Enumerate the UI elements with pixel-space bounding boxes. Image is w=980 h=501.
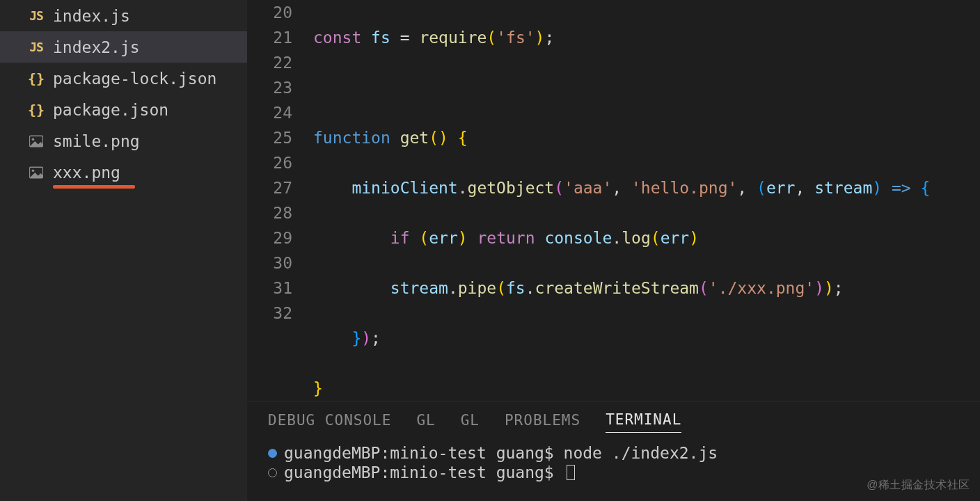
code-content[interactable]: const fs = require('fs'); function get()… [313, 0, 980, 401]
file-name: index.js [53, 7, 130, 25]
panel-tabs: DEBUG CONSOLE GL GL PROBLEMS TERMINAL [247, 401, 980, 437]
file-item-package-lock-json[interactable]: {} package-lock.json [0, 63, 247, 94]
svg-point-1 [32, 138, 35, 141]
tab-debug-console[interactable]: DEBUG CONSOLE [268, 412, 391, 433]
watermark: @稀土掘金技术社区 [867, 478, 970, 493]
file-name: xxx.png [53, 164, 120, 182]
svg-point-3 [32, 169, 35, 172]
file-item-index-js[interactable]: JS index.js [0, 0, 247, 31]
bullet-icon [268, 468, 277, 477]
file-name: index2.js [53, 38, 140, 56]
file-name: smile.png [53, 132, 140, 150]
line-gutter: 20212223242526272829303132 [247, 0, 313, 401]
js-icon: JS [29, 40, 43, 54]
json-icon: {} [29, 102, 43, 118]
tab-terminal[interactable]: TERMINAL [606, 411, 681, 433]
file-item-xxx-png[interactable]: xxx.png [0, 157, 247, 188]
file-item-smile-png[interactable]: smile.png [0, 125, 247, 157]
file-item-package-json[interactable]: {} package.json [0, 94, 247, 125]
editor-area: 20212223242526272829303132 const fs = re… [247, 0, 980, 501]
cursor-icon [567, 465, 575, 480]
image-icon [29, 166, 43, 179]
terminal-line: guangdeMBP:minio-test guang$ node ./inde… [268, 443, 959, 463]
tab-problems[interactable]: PROBLEMS [505, 412, 580, 433]
bullet-icon [268, 449, 277, 458]
image-icon [29, 135, 43, 148]
file-item-index2-js[interactable]: JS index2.js [0, 31, 247, 63]
file-name: package.json [53, 101, 168, 119]
json-icon: {} [29, 70, 43, 87]
terminal-line: guangdeMBP:minio-test guang$ [268, 462, 959, 483]
js-icon: JS [29, 8, 43, 23]
file-explorer: JS index.js JS index2.js {} package-lock… [0, 0, 247, 501]
tab-gl-2[interactable]: GL [461, 412, 480, 433]
tab-gl-1[interactable]: GL [416, 412, 435, 433]
annotation-underline [53, 185, 135, 189]
file-name: package-lock.json [53, 70, 216, 88]
code-editor[interactable]: 20212223242526272829303132 const fs = re… [247, 0, 980, 401]
